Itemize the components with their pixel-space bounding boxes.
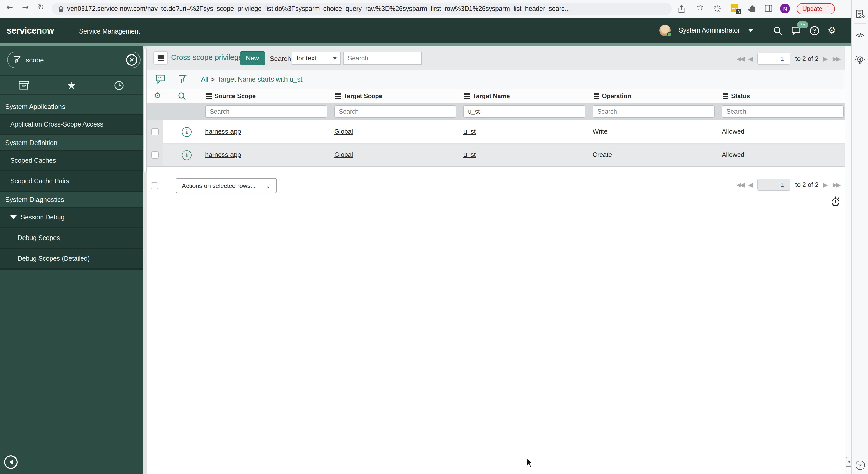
sidebar-item-application-cross-scope-access[interactable]: Application Cross-Scope Access [0,114,143,135]
sidebar-item-debug-scopes-detailed[interactable]: Debug Scopes (Detailed) [0,249,143,270]
sidebar-item-session-debug[interactable]: Session Debug [0,208,143,228]
last-page-icon[interactable]: ▶▶ [833,181,840,188]
sidebar-section-system-applications[interactable]: System Applications [0,99,143,114]
filter-target-name[interactable] [463,105,585,118]
new-button[interactable]: New [240,51,265,65]
navigator-search[interactable]: ✕ [7,52,141,68]
conversations-icon[interactable]: 75 [791,26,801,35]
sidebar-section-system-definition[interactable]: System Definition [0,135,143,151]
filter-status[interactable] [722,105,844,118]
column-menu-icon[interactable] [723,94,728,99]
sidebar-section-system-diagnostics[interactable]: System Diagnostics [0,192,143,208]
record-link[interactable]: Global [334,151,353,159]
sidebar-item-scoped-cache-pairs[interactable]: Scoped Cache Pairs [0,171,143,192]
filter-operation[interactable] [593,105,715,118]
select-all-checkbox[interactable] [151,182,158,190]
sidebar-item-scoped-caches[interactable]: Scoped Caches [0,151,143,171]
cell-status: Allowed [722,128,845,135]
share-icon[interactable] [678,5,689,13]
info-icon[interactable]: i [182,127,192,137]
expand-caret-icon[interactable] [10,215,17,219]
product-name: Service Management [79,28,140,35]
tab-favorites-star-icon[interactable]: ★ [48,80,96,90]
navigator-search-input[interactable] [25,56,115,64]
browser-reload-icon[interactable]: ↻ [35,4,46,11]
tab-all-applications[interactable] [0,81,48,90]
browser-back-icon[interactable]: ← [4,4,16,11]
page-number-input[interactable] [757,179,790,191]
info-icon[interactable]: i [182,150,192,160]
filter-icon [13,56,21,64]
record-link[interactable]: u_st [463,128,475,135]
help-icon[interactable]: ? [810,26,819,35]
next-page-icon[interactable]: ▶ [823,56,828,62]
list-chat-icon[interactable] [156,74,166,84]
column-menu-icon[interactable] [464,94,470,99]
list-title[interactable]: Cross scope privileges [171,53,246,62]
list-search-input[interactable] [343,52,422,65]
rail-help-icon[interactable]: ? [852,461,868,470]
list-context-menu-button[interactable] [153,51,168,65]
breadcrumb-all[interactable]: All [201,75,209,83]
record-link[interactable]: u_st [463,151,475,159]
column-search-icon[interactable] [178,92,187,101]
next-page-icon[interactable]: ▶ [823,181,828,188]
actions-dropdown[interactable]: Actions on selected rows... ⌄ [176,178,277,193]
extension-yellow-icon[interactable]: 3 [731,4,742,12]
page-number-input[interactable] [757,53,790,65]
user-caret-icon[interactable] [748,29,753,32]
column-header-target-name[interactable]: Target Name [464,93,510,100]
browser-profile-avatar[interactable]: N [780,4,790,13]
record-link[interactable]: harness-app [205,151,241,159]
breadcrumb-filter[interactable]: Target Name starts with u_st [217,75,302,83]
first-page-icon[interactable]: ◀◀ [737,181,743,188]
record-link[interactable]: harness-app [205,128,241,135]
sidebar-scrollbar[interactable] [143,46,147,474]
breadcrumb-filter-icon[interactable] [178,75,187,84]
prev-page-icon[interactable]: ◀ [748,56,753,62]
clear-search-icon[interactable]: ✕ [126,54,137,66]
prev-page-icon[interactable]: ◀ [748,181,753,188]
column-header-source-scope[interactable]: Source Scope [206,93,256,100]
column-menu-icon[interactable] [594,94,599,99]
user-avatar[interactable] [659,25,671,36]
row-checkbox[interactable] [151,151,158,159]
response-time-icon[interactable] [831,196,841,207]
settings-gear-icon[interactable]: ⚙ [828,26,836,35]
last-page-icon[interactable]: ▶▶ [833,56,840,62]
column-menu-icon[interactable] [206,94,212,99]
side-panel-icon[interactable] [765,5,776,12]
global-search-icon[interactable] [773,26,783,35]
bookmark-star-icon[interactable]: ☆ [694,4,706,11]
record-watcher-icon[interactable] [852,9,868,19]
row-checkbox[interactable] [151,128,158,135]
address-bar[interactable]: ven03172.service-now.com/nav_to.do?uri=%… [52,3,672,15]
column-header-operation[interactable]: Operation [594,93,631,100]
list-settings-gear-icon[interactable]: ⚙ [154,92,161,100]
column-header-status[interactable]: Status [723,93,750,100]
xplore-code-icon[interactable]: </> [852,32,868,38]
collapse-sidebar-button[interactable] [4,455,18,469]
record-link[interactable]: Global [334,128,353,135]
column-menu-icon[interactable] [335,94,341,99]
column-header-target-scope[interactable]: Target Scope [335,93,382,100]
servicenow-logo: servicenow [7,25,54,36]
notification-badge: 75 [797,21,808,28]
browser-forward-icon[interactable]: → [20,4,31,11]
idea-lightbulb-icon[interactable] [852,55,868,66]
user-menu[interactable]: System Administrator [679,27,740,34]
sidebar-item-debug-scopes[interactable]: Debug Scopes [0,228,143,249]
search-type-select[interactable]: for text [292,52,341,65]
browser-menu-icon[interactable]: ⋮ [825,6,831,12]
lock-icon [58,6,64,12]
scrollbar-end-handle[interactable] [846,457,852,467]
filter-source-scope[interactable] [205,105,327,118]
extensions-puzzle-icon[interactable] [748,5,760,13]
tab-history-clock-icon[interactable] [95,80,143,90]
extension-spinner-icon[interactable] [713,5,724,13]
main-scrollbar[interactable] [845,46,852,474]
filter-target-scope[interactable] [334,105,456,118]
first-page-icon[interactable]: ◀◀ [737,56,743,62]
update-label: Update [802,5,822,12]
browser-update-button[interactable]: Update ⋮ [797,3,835,14]
